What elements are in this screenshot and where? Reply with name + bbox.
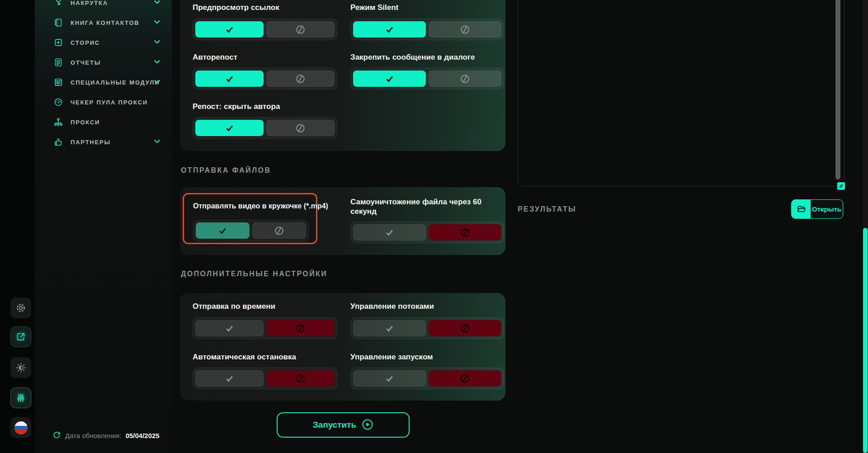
toggle-launch-control: [350, 368, 504, 389]
speedometer-icon: [53, 97, 64, 108]
sidebar-item-label: КНИГА КОНТАКТОВ: [71, 19, 140, 26]
toggle-auto-stop: [193, 368, 337, 389]
boost-icon: [53, 0, 64, 8]
open-results-button[interactable]: Открыть: [791, 199, 843, 219]
toggle-yes-button[interactable]: [353, 320, 426, 336]
toggle-yes-button[interactable]: [195, 120, 264, 136]
sidebar-item-proxy[interactable]: ПРОКСИ: [35, 112, 172, 132]
toggle-no-button[interactable]: [266, 370, 335, 387]
network-icon: [53, 117, 64, 127]
sidebar-item-label: СТОРИС: [71, 39, 100, 46]
sidebar-item-proxy-checker[interactable]: ЧЕКЕР ПУЛА ПРОКСИ: [35, 92, 172, 112]
section-title-files: ОТПРАВКА ФАЙЛОВ: [181, 166, 271, 175]
toggle-yes-button[interactable]: [353, 71, 426, 87]
thumbs-up-icon: [53, 137, 64, 147]
results-scrollbar-thumb[interactable]: [835, 0, 840, 179]
brightness-icon: [15, 362, 27, 373]
toggle-yes-button[interactable]: [353, 21, 426, 38]
play-icon: [362, 419, 373, 432]
chevron-down-icon: [153, 137, 161, 147]
chevron-down-icon: [153, 18, 161, 28]
section-title-extra: ДОПОЛНИТЕЛЬНЫЕ НАСТРОЙКИ: [181, 270, 327, 278]
chevron-down-icon: [153, 38, 161, 47]
toggle-yes-button[interactable]: [353, 370, 426, 387]
equalizer-button[interactable]: [10, 387, 31, 408]
toggle-thread-control: [350, 317, 504, 339]
settings-button[interactable]: [10, 297, 31, 318]
toggle-label: Управление потоками: [350, 302, 434, 311]
left-icon-rail: [0, 0, 35, 453]
results-title: РЕЗУЛЬТАТЫ: [518, 205, 576, 213]
open-button-label: Открыть: [811, 200, 843, 218]
run-button-label: Запустить: [313, 420, 357, 430]
extra-settings-panel: Отправка по времени Управление потоками …: [180, 293, 505, 401]
toggle-label: Предпросмотр ссылок: [193, 3, 279, 12]
toggle-no-button[interactable]: [266, 120, 335, 136]
toggle-label: Закрепить сообщение в диалоге: [350, 53, 475, 62]
toggle-autorepost: [193, 68, 337, 90]
equalizer-icon: [15, 392, 26, 403]
toggle-label: Отправка по времени: [193, 302, 275, 311]
stories-icon: [53, 37, 64, 48]
flag-ru-icon: [14, 421, 28, 435]
app-window: НАКРУТКА КНИГА КОНТАКТОВ: [0, 0, 868, 453]
sidebar-item-nakrutka[interactable]: НАКРУТКА: [35, 0, 172, 13]
toggle-yes-button[interactable]: [195, 71, 264, 87]
toggle-no-button[interactable]: [266, 21, 335, 38]
toggle-label: Управление запуском: [350, 353, 433, 362]
toggle-no-button[interactable]: [429, 370, 501, 387]
file-sending-panel: Отправлять видео в кружочке (*.mp4) Само…: [180, 187, 505, 255]
update-date-row: Дата обновления: 05/04/2025: [52, 430, 160, 441]
external-link-icon: [15, 331, 26, 342]
toggle-label: Авторепост: [193, 53, 237, 62]
sidebar-item-special-modules[interactable]: СПЕЦИАЛЬНЫЕ МОДУЛИ: [35, 72, 172, 92]
toggle-pin-message: [350, 68, 504, 90]
run-button[interactable]: Запустить: [277, 412, 410, 438]
toggle-no-button[interactable]: [429, 320, 501, 336]
sidebar-item-label: НАКРУТКА: [71, 0, 108, 6]
language-button[interactable]: [10, 417, 31, 438]
toggle-no-button[interactable]: [429, 71, 501, 87]
highlight-box: Отправлять видео в кружочке (*.mp4): [183, 193, 317, 244]
contacts-book-icon: [53, 17, 64, 28]
toggle-no-button[interactable]: [266, 71, 335, 87]
toggle-yes-button[interactable]: [353, 224, 426, 241]
toggle-yes-button[interactable]: [196, 222, 250, 239]
toggle-label: Режим Silent: [350, 3, 398, 12]
update-date-value: 05/04/2025: [126, 432, 160, 439]
results-log-area[interactable]: [518, 0, 844, 186]
toggle-yes-button[interactable]: [195, 320, 264, 336]
toggle-no-button[interactable]: [429, 21, 501, 38]
toggle-no-button[interactable]: [252, 222, 306, 239]
resize-handle[interactable]: [837, 182, 845, 190]
theme-button[interactable]: [10, 357, 31, 378]
sidebar-item-stories[interactable]: СТОРИС: [35, 33, 172, 52]
refresh-icon[interactable]: [52, 430, 61, 441]
toggle-yes-button[interactable]: [195, 21, 264, 38]
sidebar-item-partners[interactable]: ПАРТНЕРЫ: [35, 132, 172, 152]
sidebar-item-label: ПАРТНЕРЫ: [71, 139, 111, 146]
sidebar-item-reports[interactable]: ОТЧЕТЫ: [35, 52, 172, 72]
window-scrollbar-thumb[interactable]: [863, 228, 868, 453]
chevron-down-icon: [153, 58, 161, 67]
toggle-send-by-time: [193, 317, 337, 339]
reports-icon: [53, 57, 64, 68]
external-window-button[interactable]: [10, 326, 31, 347]
toggle-self-destruct: [350, 222, 504, 243]
toggle-silent-mode: [350, 19, 504, 40]
sidebar-menu: НАКРУТКА КНИГА КОНТАКТОВ: [35, 0, 172, 152]
sidebar-item-contacts-book[interactable]: КНИГА КОНТАКТОВ: [35, 13, 172, 33]
sidebar-item-label: ОТЧЕТЫ: [71, 59, 101, 66]
toggle-no-button[interactable]: [266, 320, 335, 336]
sidebar-item-label: ПРОКСИ: [71, 119, 100, 126]
toggle-link-preview: [193, 19, 337, 40]
message-options-panel: Предпросмотр ссылок Режим Silent Автореп…: [180, 0, 505, 151]
toggle-video-circle: [193, 220, 309, 241]
sidebar-item-label: ЧЕКЕР ПУЛА ПРОКСИ: [71, 99, 148, 106]
toggle-yes-button[interactable]: [195, 370, 264, 387]
chevron-down-icon: [153, 78, 161, 87]
gear-icon: [15, 302, 27, 314]
sidebar-item-label: СПЕЦИАЛЬНЫЕ МОДУЛИ: [71, 79, 160, 86]
toggle-no-button[interactable]: [429, 224, 501, 241]
update-date-label: Дата обновления:: [65, 432, 122, 439]
